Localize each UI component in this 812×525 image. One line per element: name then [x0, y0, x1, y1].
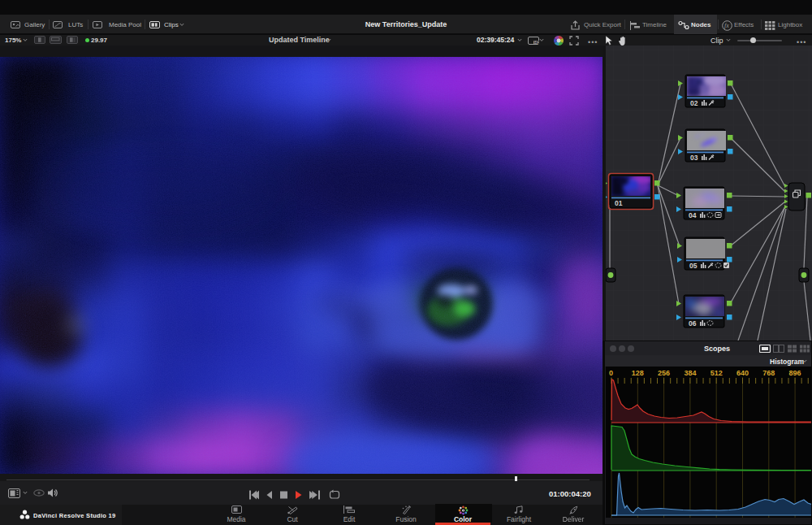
svg-text:01: 01: [615, 199, 623, 207]
svg-text:256: 256: [658, 369, 670, 377]
svg-text:02: 02: [690, 99, 698, 107]
svg-text:06: 06: [689, 319, 697, 328]
svg-text:04: 04: [689, 211, 697, 219]
svg-text:768: 768: [762, 369, 775, 377]
svg-text:fx: fx: [724, 22, 729, 29]
svg-text:03: 03: [690, 154, 698, 162]
svg-text:512: 512: [710, 369, 723, 377]
svg-text:384: 384: [684, 369, 696, 377]
svg-text:640: 640: [736, 369, 749, 377]
svg-text:05: 05: [689, 262, 698, 270]
svg-text:896: 896: [789, 369, 801, 377]
svg-text:128: 128: [632, 369, 644, 377]
svg-text:0: 0: [609, 369, 613, 377]
